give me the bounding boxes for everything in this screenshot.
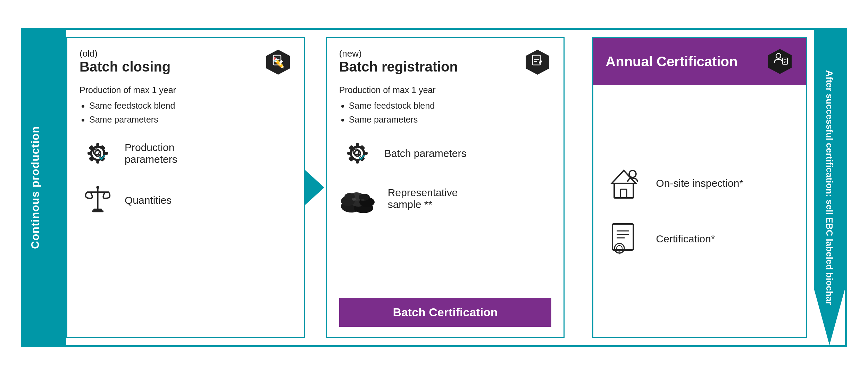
scales-icon	[80, 182, 116, 218]
section3-title: Annual Certification	[606, 54, 737, 69]
biochar-icon	[339, 182, 379, 215]
section2-hex-icon	[524, 48, 551, 76]
section1-description: Production of max 1 year Same feedstock …	[80, 83, 292, 126]
svg-point-59	[629, 170, 636, 177]
production-params-item: Production parameters	[80, 135, 292, 172]
section2-description: Production of max 1 year Same feedstock …	[339, 83, 552, 126]
representative-sample-item: Representative sample **	[339, 182, 552, 215]
section3-feature1-label: On-site inspection*	[656, 177, 743, 189]
svg-point-49	[361, 199, 365, 201]
svg-rect-56	[614, 183, 633, 198]
section1-tag: (old)	[80, 48, 170, 59]
svg-point-48	[352, 198, 356, 201]
section2-title-block: (new) Batch registration	[339, 48, 458, 75]
batch-params-item: Batch parameters	[339, 135, 552, 172]
svg-rect-33	[363, 152, 368, 155]
svg-rect-22	[92, 210, 104, 212]
svg-rect-58	[620, 189, 627, 198]
gear2-icon	[339, 135, 376, 172]
svg-rect-31	[356, 159, 359, 164]
quantities-item: Quantities	[80, 182, 292, 218]
section1-feature2-label: Quantities	[125, 194, 172, 206]
section-batch-closing: (old) Batch closing ✏️	[66, 37, 305, 338]
svg-rect-10	[87, 152, 92, 155]
batch-certification-button[interactable]: Batch Certification	[339, 298, 552, 327]
diagram-container: Continous production (old) Batch closing	[21, 28, 847, 347]
svg-rect-8	[96, 143, 99, 148]
gear-icon	[80, 135, 116, 172]
certification-item: Certification*	[606, 220, 794, 258]
section2-title: Batch registration	[339, 59, 458, 75]
svg-rect-30	[356, 143, 359, 148]
section2-feature2-label: Representative sample **	[388, 187, 458, 210]
svg-marker-23	[526, 50, 549, 75]
svg-rect-9	[96, 159, 99, 164]
svg-rect-11	[103, 152, 108, 155]
section1-title-block: (old) Batch closing	[80, 48, 170, 75]
onsite-inspection-item: On-site inspection*	[606, 164, 794, 202]
section-batch-registration: (new) Batch registration Pro	[326, 37, 565, 338]
svg-point-20	[96, 186, 99, 189]
section3-hex-icon	[766, 48, 794, 75]
person-house-icon	[606, 164, 644, 202]
section-annual-certification: Annual Certification	[592, 37, 807, 338]
section2-feature1-label: Batch parameters	[384, 148, 467, 159]
section3-feature2-label: Certification*	[656, 233, 715, 245]
svg-rect-32	[347, 152, 352, 155]
section1-hex-icon: ✏️	[264, 48, 292, 76]
section1-title: Batch closing	[80, 59, 170, 75]
annual-header: Annual Certification	[593, 38, 806, 85]
left-label: Continous production	[23, 30, 47, 345]
svg-rect-14	[100, 145, 106, 150]
svg-marker-50	[768, 49, 792, 74]
right-label: After successful certification: sell EBC…	[814, 30, 845, 345]
certificate-icon	[606, 220, 644, 258]
section2-tag: (new)	[339, 48, 458, 59]
svg-rect-36	[360, 145, 365, 150]
section1-feature1-label: Production parameters	[125, 142, 177, 165]
